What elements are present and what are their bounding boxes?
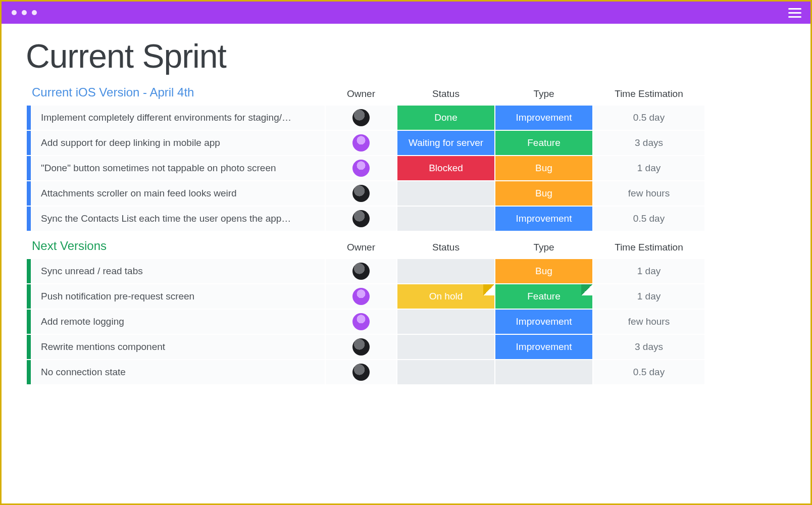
avatar[interactable]	[352, 109, 370, 126]
table-row[interactable]: Push notification pre-request screenOn h…	[27, 284, 785, 309]
owner-cell[interactable]	[326, 284, 396, 309]
owner-cell[interactable]	[326, 131, 396, 155]
type-cell[interactable]: Feature	[495, 284, 592, 309]
status-cell[interactable]: Waiting for server	[397, 131, 494, 155]
type-cell[interactable]: Improvement	[495, 335, 592, 359]
table-row[interactable]: Attachments scroller on main feed looks …	[27, 181, 785, 206]
time-estimation-cell[interactable]: 0.5 day	[593, 207, 704, 231]
avatar[interactable]	[352, 313, 370, 330]
minimize-icon[interactable]	[22, 10, 27, 15]
table-row[interactable]: "Done" button sometimes not tappable on …	[27, 156, 785, 180]
type-cell[interactable]: Bug	[495, 181, 592, 206]
row-accent-bar	[27, 181, 31, 206]
task-title: Add support for deep linking in mobile a…	[41, 137, 220, 148]
owner-cell[interactable]	[326, 310, 396, 334]
status-cell[interactable]	[397, 259, 494, 283]
status-label: On hold	[429, 291, 463, 302]
avatar[interactable]	[352, 185, 370, 202]
status-cell[interactable]: On hold	[397, 284, 494, 309]
row-accent-bar	[27, 360, 31, 384]
column-header-time: Time Estimation	[593, 88, 704, 106]
time-estimation-cell[interactable]: 1 day	[593, 284, 704, 309]
task-title-cell[interactable]: Add support for deep linking in mobile a…	[27, 131, 325, 155]
time-estimation-cell[interactable]: 1 day	[593, 156, 704, 180]
row-accent-bar	[27, 156, 31, 180]
task-title-cell[interactable]: Sync the Contacts List each time the use…	[27, 207, 325, 231]
status-cell[interactable]	[397, 360, 494, 384]
owner-cell[interactable]	[326, 207, 396, 231]
task-title-cell[interactable]: Push notification pre-request screen	[27, 284, 325, 309]
status-label: Blocked	[429, 163, 463, 174]
table-row[interactable]: Rewrite mentions componentImprovement3 d…	[27, 335, 785, 359]
status-cell[interactable]	[397, 310, 494, 334]
avatar[interactable]	[352, 160, 370, 177]
row-accent-bar	[27, 284, 31, 309]
time-estimation-cell[interactable]: 0.5 day	[593, 106, 704, 130]
owner-cell[interactable]	[326, 156, 396, 180]
type-cell[interactable]: Bug	[495, 156, 592, 180]
time-estimation-cell[interactable]: 3 days	[593, 335, 704, 359]
type-cell[interactable]: Improvement	[495, 310, 592, 334]
owner-cell[interactable]	[326, 335, 396, 359]
avatar[interactable]	[352, 338, 370, 356]
type-cell[interactable]	[495, 360, 592, 384]
task-title-cell[interactable]: No connection state	[27, 360, 325, 384]
row-accent-bar	[27, 131, 31, 155]
status-cell[interactable]	[397, 181, 494, 206]
task-title-cell[interactable]: Implement completely different environme…	[27, 106, 325, 130]
window-titlebar	[2, 2, 810, 24]
table-row[interactable]: Add remote loggingImprovementfew hours	[27, 310, 785, 334]
table-row[interactable]: Sync unread / read tabsBug1 day	[27, 259, 785, 283]
owner-cell[interactable]	[326, 259, 396, 283]
type-cell[interactable]: Bug	[495, 259, 592, 283]
close-icon[interactable]	[12, 10, 17, 15]
column-header-status: Status	[397, 242, 494, 259]
type-cell[interactable]: Feature	[495, 131, 592, 155]
row-accent-bar	[27, 335, 31, 359]
type-label: Bug	[535, 266, 552, 277]
avatar[interactable]	[352, 210, 370, 227]
avatar[interactable]	[352, 263, 370, 280]
time-estimation-cell[interactable]: few hours	[593, 310, 704, 334]
status-cell[interactable]: Done	[397, 106, 494, 130]
avatar[interactable]	[352, 288, 370, 305]
time-estimation-cell[interactable]: 1 day	[593, 259, 704, 283]
type-label: Bug	[535, 188, 552, 199]
task-title: Rewrite mentions component	[41, 341, 165, 352]
owner-cell[interactable]	[326, 360, 396, 384]
table-row[interactable]: Implement completely different environme…	[27, 106, 785, 130]
section-header: Next VersionsOwnerStatusTypeTime Estimat…	[27, 236, 785, 259]
type-label: Improvement	[516, 316, 572, 327]
type-cell[interactable]: Improvement	[495, 106, 592, 130]
type-label: Improvement	[516, 112, 572, 123]
type-cell[interactable]: Improvement	[495, 207, 592, 231]
column-header-owner: Owner	[326, 88, 396, 106]
section-title[interactable]: Next Versions	[27, 236, 325, 259]
type-label: Improvement	[516, 341, 572, 352]
status-cell[interactable]	[397, 335, 494, 359]
section-rows: Sync unread / read tabsBug1 dayPush noti…	[27, 259, 785, 384]
section-title[interactable]: Current iOS Version - April 4th	[27, 82, 325, 106]
task-title-cell[interactable]: "Done" button sometimes not tappable on …	[27, 156, 325, 180]
owner-cell[interactable]	[326, 181, 396, 206]
task-title-cell[interactable]: Attachments scroller on main feed looks …	[27, 181, 325, 206]
time-estimation-cell[interactable]: 0.5 day	[593, 360, 704, 384]
window-controls[interactable]	[8, 10, 37, 15]
menu-icon[interactable]	[785, 5, 804, 21]
maximize-icon[interactable]	[32, 10, 37, 15]
table-row[interactable]: No connection state0.5 day	[27, 360, 785, 384]
time-estimation: few hours	[628, 188, 670, 199]
avatar[interactable]	[352, 364, 370, 381]
status-cell[interactable]: Blocked	[397, 156, 494, 180]
table-row[interactable]: Add support for deep linking in mobile a…	[27, 131, 785, 155]
table-row[interactable]: Sync the Contacts List each time the use…	[27, 207, 785, 231]
owner-cell[interactable]	[326, 106, 396, 130]
time-estimation-cell[interactable]: 3 days	[593, 131, 704, 155]
time-estimation-cell[interactable]: few hours	[593, 181, 704, 206]
status-cell[interactable]	[397, 207, 494, 231]
avatar[interactable]	[352, 134, 370, 152]
task-title-cell[interactable]: Sync unread / read tabs	[27, 259, 325, 283]
task-title-cell[interactable]: Rewrite mentions component	[27, 335, 325, 359]
time-estimation: 3 days	[635, 137, 663, 148]
task-title-cell[interactable]: Add remote logging	[27, 310, 325, 334]
